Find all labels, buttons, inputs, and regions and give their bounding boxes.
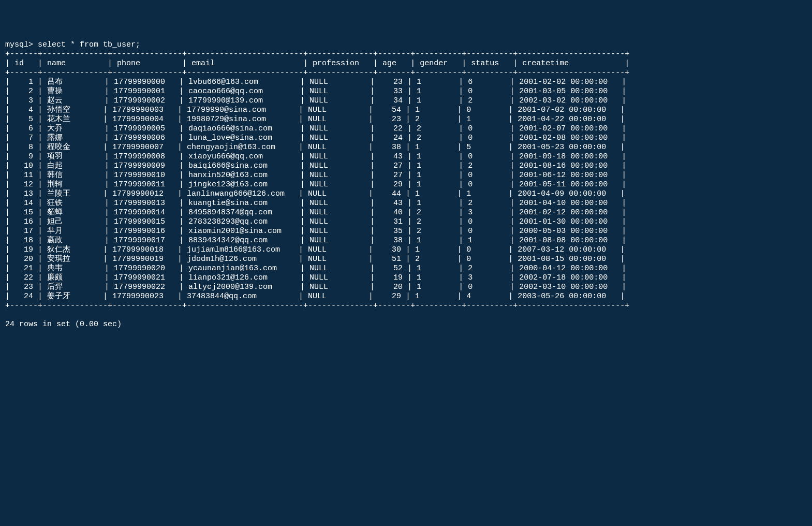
table-header-row: | id | name | phone | email | profession… [5,59,807,68]
table-row: | 20 | 安琪拉 | 17799990019 | jdodm1h@126.c… [5,255,807,264]
table-row: | 19 | 狄仁杰 | 17799990018 | jujiamlm8166@… [5,245,807,255]
table-row: | 5 | 花木兰 | 17799990004 | 19980729@sina.… [5,115,807,124]
table-border: +------+--------------+---------------+-… [5,301,807,311]
table-row: | 21 | 典韦 | 17799990020 | ycaunanjian@16… [5,264,807,273]
table-row: | 4 | 孙悟空 | 17799990003 | 17799990@sina.… [5,106,807,115]
table-row: | 12 | 荆轲 | 17799990011 | jingke123@163.… [5,180,807,189]
table-row: | 17 | 芈月 | 17799990016 | xiaomin2001@si… [5,227,807,236]
table-row: | 9 | 项羽 | 17799990008 | xiaoyu666@qq.co… [5,152,807,162]
table-row: | 1 | 吕布 | 17799990000 | lvbu666@163.com… [5,78,807,87]
table-row: | 22 | 廉颇 | 17799990021 | lianpo321@126.… [5,273,807,283]
table-row: | 24 | 姜子牙 | 17799990023 | 37483844@qq.c… [5,292,807,301]
table-row: | 16 | 妲己 | 17799990015 | 2783238293@qq.… [5,217,807,227]
table-row: | 14 | 狂铁 | 17799990013 | kuangtie@sina.… [5,199,807,208]
blank-line [5,311,807,320]
table-row: | 18 | 嬴政 | 17799990017 | 8839434342@qq.… [5,236,807,245]
table-row: | 13 | 兰陵王 | 17799990012 | lanlinwang666… [5,189,807,199]
mysql-terminal-output: mysql> select * from tb_user;+------+---… [5,40,807,329]
table-row: | 6 | 大乔 | 17799990005 | daqiao666@sina.… [5,124,807,134]
table-row: | 10 | 白起 | 17799990009 | baiqi666@sina.… [5,162,807,171]
table-row: | 23 | 后羿 | 17799990022 | altycj2000@139… [5,283,807,292]
table-row: | 11 | 韩信 | 17799990010 | hanxin520@163.… [5,171,807,180]
mysql-query-line: mysql> select * from tb_user; [5,40,807,50]
result-summary: 24 rows in set (0.00 sec) [5,320,807,329]
table-row: | 8 | 程咬金 | 17799990007 | chengyaojin@16… [5,143,807,152]
table-border: +------+--------------+---------------+-… [5,50,807,59]
table-row: | 3 | 赵云 | 17799990002 | 17799990@139.co… [5,96,807,106]
table-row: | 7 | 露娜 | 17799990006 | luna_love@sina.… [5,134,807,143]
table-row: | 15 | 貂蝉 | 17799990014 | 84958948374@qq… [5,208,807,217]
table-border: +------+--------------+---------------+-… [5,68,807,78]
table-row: | 2 | 曹操 | 17799990001 | caocao666@qq.co… [5,87,807,96]
